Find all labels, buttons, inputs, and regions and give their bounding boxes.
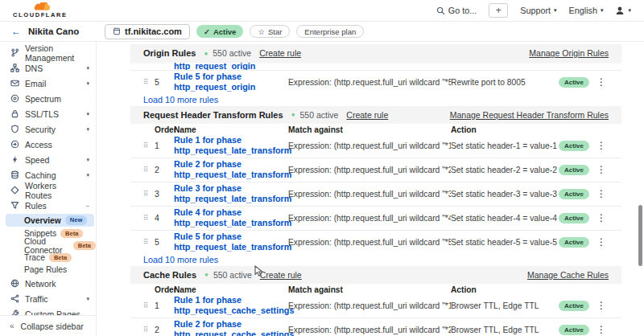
load-more-link[interactable]: Load 10 more rules: [143, 95, 218, 104]
site-icon: [113, 27, 121, 35]
status-badge: Active: [559, 189, 589, 199]
sidebar-item-traffic[interactable]: Traffic ▾: [0, 291, 96, 306]
drag-handle-icon[interactable]: ⠿: [143, 214, 155, 222]
kebab-menu-icon[interactable]: ⋮: [594, 189, 609, 199]
sidebar-item-email[interactable]: Email ▾: [0, 76, 96, 91]
sidebar-item-rules[interactable]: Rules –: [0, 198, 96, 213]
back-arrow-icon[interactable]: ←: [11, 26, 21, 37]
kebab-menu-icon[interactable]: ⋮: [594, 213, 609, 223]
section-title: Request Header Transform Rules: [143, 110, 283, 120]
sidebar-item-cloud-connector[interactable]: Cloud Connector Beta: [0, 240, 96, 252]
traffic-icon: [10, 294, 19, 304]
new-badge: New: [65, 215, 87, 225]
status-dot-icon: ●: [204, 50, 208, 57]
chevron-down-icon: ▾: [86, 126, 89, 133]
sidebar-item-dns[interactable]: DNS ▾: [0, 60, 96, 76]
zone-status-label: Active: [213, 27, 237, 36]
load-more-link[interactable]: Load 10 more rules: [143, 255, 218, 264]
chevron-down-icon: ▾: [86, 296, 89, 302]
manage-origin-rules-link[interactable]: Manage Origin Rules: [529, 48, 609, 58]
support-label: Support: [520, 6, 551, 15]
kebab-menu-icon[interactable]: ⋮: [594, 141, 609, 150]
email-icon: [10, 79, 19, 88]
rule-name-link[interactable]: Rule 5 for phasehttp_request_late_transf…: [174, 232, 288, 253]
sidebar-item-overview[interactable]: Overview New: [6, 214, 94, 227]
sidebar-item-spectrum[interactable]: Spectrum: [0, 91, 96, 106]
rule-name-partial[interactable]: http_request_origin: [174, 62, 609, 70]
create-rule-link[interactable]: Create rule: [259, 48, 301, 58]
rule-name-line1: Rule 2 for phase: [174, 319, 288, 330]
account-name[interactable]: Nikita Cano: [28, 27, 79, 36]
sidebar-item-access[interactable]: Access: [0, 137, 96, 152]
rule-name-line2: http_request_late_transform: [174, 194, 288, 204]
top-header-bar: CLOUDFLARE Go to... + Support ▾ English …: [0, 0, 644, 22]
sidebar-item-label: Spectrum: [25, 94, 61, 104]
sidebar-item-page-rules[interactable]: Page Rules: [0, 264, 96, 276]
support-menu[interactable]: Support ▾: [520, 6, 556, 15]
drag-handle-icon[interactable]: ⠿: [143, 190, 155, 198]
rule-name-link[interactable]: Rule 5 for phasehttp_request_origin: [174, 72, 288, 93]
drag-handle-icon[interactable]: ⠿: [143, 238, 155, 246]
manage-request-header-transform-rules-link[interactable]: Manage Request Header Transform Rules: [450, 110, 609, 120]
collapse-sidebar-button[interactable]: « Collapse sidebar: [0, 315, 96, 336]
match-cell: Expression: (http.request.full_uri wildc…: [288, 141, 451, 150]
globe-icon: [10, 279, 19, 289]
drag-handle-icon[interactable]: ⠿: [143, 78, 155, 86]
user-account-menu[interactable]: ▾: [615, 6, 631, 15]
create-rule-link[interactable]: Create rule: [346, 110, 388, 120]
col-match: Match against: [288, 285, 451, 294]
status-badge: Active: [559, 213, 589, 223]
match-cell: Expression: (http.request.full_uri wildc…: [288, 78, 451, 87]
drag-handle-icon[interactable]: ⠿: [143, 166, 155, 174]
kebab-menu-icon[interactable]: ⋮: [594, 237, 609, 247]
drag-handle-icon[interactable]: ⠿: [143, 141, 155, 150]
collapse-label: Collapse sidebar: [21, 322, 84, 331]
rule-name-link[interactable]: Rule 1 for phasehttp_request_cache_setti…: [174, 295, 288, 317]
kebab-menu-icon[interactable]: ⋮: [594, 165, 609, 174]
language-menu[interactable]: English ▾: [569, 6, 604, 15]
sidebar-item-speed[interactable]: Speed ▾: [0, 152, 96, 167]
create-rule-link[interactable]: Create rule: [260, 270, 302, 280]
sidebar-item-label: Email: [25, 79, 46, 88]
star-button[interactable]: ☆ Star: [250, 25, 290, 38]
sidebar-item-label: DNS: [25, 64, 43, 73]
global-search[interactable]: Go to...: [436, 6, 477, 15]
kebab-menu-icon[interactable]: ⋮: [594, 77, 609, 87]
rule-name-line2: http_request_cache_settings: [174, 305, 288, 316]
rule-name-link[interactable]: Rule 3 for phasehttp_request_late_transf…: [174, 183, 288, 205]
drag-handle-icon[interactable]: ⠿: [143, 326, 155, 334]
rule-name-link[interactable]: Rule 2 for phasehttp_request_late_transf…: [174, 159, 288, 181]
sidebar-item-ssl-tls[interactable]: SSL/TLS ▾: [0, 106, 96, 121]
sidebar-item-network[interactable]: Network: [0, 276, 96, 291]
manage-cache-rules-link[interactable]: Manage Cache Rules: [527, 270, 609, 280]
sidebar-item-version-management[interactable]: Version Management: [0, 45, 96, 60]
plan-badge: Enterprise plan: [296, 25, 364, 38]
rule-name-line1: Rule 4 for phase: [174, 207, 288, 218]
rule-name-link[interactable]: Rule 4 for phasehttp_request_late_transf…: [174, 207, 288, 229]
rule-name-link[interactable]: Rule 1 for phasehttp_request_late_transf…: [174, 135, 288, 157]
cloudflare-logo[interactable]: CLOUDFLARE: [13, 2, 68, 18]
kebab-menu-icon[interactable]: ⋮: [594, 301, 609, 310]
domain-selector[interactable]: tf.nikitac.com: [105, 24, 190, 39]
main-content: Origin Rules ● 550 active Create rule Ma…: [97, 42, 644, 336]
add-site-button[interactable]: +: [489, 3, 508, 18]
sidebar: Version Management DNS ▾ Email ▾ Spectru…: [0, 42, 97, 336]
section-title: Cache Rules: [143, 270, 196, 280]
language-label: English: [569, 6, 597, 15]
rule-name-line2: http_request_late_transform: [174, 218, 288, 228]
table-row: ⠿ 1 Rule 1 for phasehttp_request_cache_s…: [130, 294, 621, 318]
kebab-menu-icon[interactable]: ⋮: [594, 325, 609, 334]
rule-name-line2: http_request_origin: [174, 82, 288, 92]
collapse-caret-icon: –: [86, 203, 89, 208]
sidebar-item-security[interactable]: Security ▾: [0, 121, 96, 137]
vertical-scrollbar[interactable]: [638, 205, 642, 266]
check-icon: ✓: [204, 27, 210, 36]
rule-name-link[interactable]: Rule 2 for phasehttp_request_cache_setti…: [174, 319, 288, 336]
status-badge: Active: [559, 77, 589, 88]
sidebar-item-label: Workers Routes: [25, 181, 84, 200]
shield-icon: [10, 125, 19, 134]
drag-handle-icon[interactable]: ⠿: [143, 301, 155, 309]
cache-rules-header: Cache Rules ● 550 active Create rule Man…: [130, 266, 621, 284]
sidebar-item-workers-routes[interactable]: Workers Routes: [0, 182, 96, 198]
status-dot-icon: ●: [291, 111, 295, 118]
